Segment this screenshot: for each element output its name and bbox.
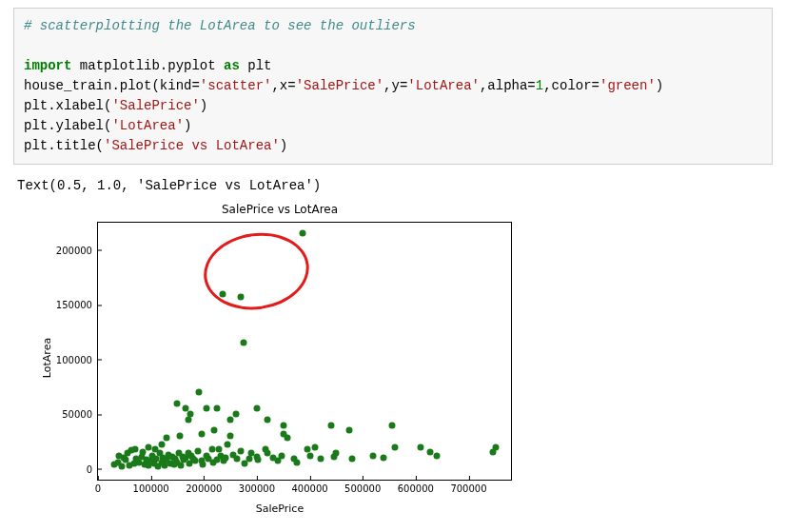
data-point (317, 456, 324, 463)
data-point (210, 459, 217, 465)
y-tick: 100000 (56, 354, 98, 365)
data-point (349, 456, 356, 463)
data-point (265, 416, 271, 423)
data-point (391, 443, 398, 450)
data-point (232, 411, 239, 418)
outlier-annotation (199, 227, 314, 317)
data-point (194, 448, 201, 455)
data-point (418, 443, 424, 450)
x-tick: 400000 (291, 480, 327, 494)
y-tick: 50000 (62, 409, 98, 420)
data-point (211, 427, 218, 434)
data-point (164, 435, 170, 442)
data-point (187, 411, 194, 418)
data-point (116, 452, 123, 459)
data-point (195, 389, 202, 396)
x-tick: 700000 (450, 480, 486, 494)
chart-title: SalePrice vs LotArea (32, 203, 527, 216)
scatter-chart: SalePrice vs LotArea LotArea SalePrice 0… (32, 201, 527, 515)
data-point (128, 446, 135, 453)
data-point (241, 460, 247, 466)
data-point (225, 442, 231, 448)
data-point (208, 445, 215, 452)
data-point (233, 456, 240, 463)
data-point (177, 433, 184, 440)
data-point (312, 443, 319, 450)
plot-area: 0500001000001500002000000100000200000300… (97, 222, 512, 481)
data-point (221, 458, 227, 464)
data-point (248, 450, 255, 457)
code-cell: # scatterplotting the LotArea to see the… (13, 8, 773, 165)
data-point (198, 430, 205, 437)
x-tick: 600000 (398, 480, 434, 494)
data-point (192, 458, 199, 464)
data-point (119, 463, 126, 470)
x-tick: 0 (95, 480, 101, 494)
data-point (493, 443, 500, 450)
x-tick: 300000 (239, 480, 275, 494)
data-point (255, 457, 262, 463)
data-point (152, 445, 159, 452)
data-point (204, 405, 210, 412)
code-comment: # scatterplotting the LotArea to see the… (24, 18, 416, 33)
data-point (214, 405, 221, 412)
data-point (140, 449, 147, 456)
output-text: Text(0.5, 1.0, 'SalePrice vs LotArea') (13, 178, 773, 193)
data-point (262, 445, 268, 452)
data-point (346, 427, 353, 434)
data-point (145, 443, 151, 450)
data-point (280, 430, 286, 437)
data-point (174, 400, 181, 406)
data-point (381, 455, 387, 462)
x-axis-label: SalePrice (32, 502, 527, 515)
data-point (269, 455, 276, 462)
x-tick: 100000 (133, 480, 169, 494)
data-point (388, 422, 395, 428)
data-point (176, 450, 183, 457)
data-point (370, 452, 377, 459)
data-point (253, 405, 260, 412)
data-point (278, 452, 285, 459)
data-point (227, 416, 234, 423)
data-point (294, 459, 301, 465)
x-tick: 200000 (186, 480, 222, 494)
y-axis-label: LotArea (41, 338, 53, 378)
data-point (200, 461, 206, 467)
data-point (300, 230, 306, 237)
y-tick: 150000 (56, 300, 98, 310)
x-tick: 500000 (344, 480, 381, 494)
y-tick: 0 (87, 463, 98, 474)
data-point (280, 422, 286, 428)
y-tick: 200000 (56, 245, 98, 255)
data-point (306, 452, 313, 459)
kw-import: import (24, 58, 71, 73)
data-point (241, 340, 247, 346)
data-point (426, 449, 433, 456)
data-point (333, 450, 340, 457)
data-point (434, 452, 441, 459)
data-point (327, 422, 334, 428)
data-point (227, 433, 234, 440)
data-point (238, 448, 245, 455)
data-point (158, 442, 165, 448)
